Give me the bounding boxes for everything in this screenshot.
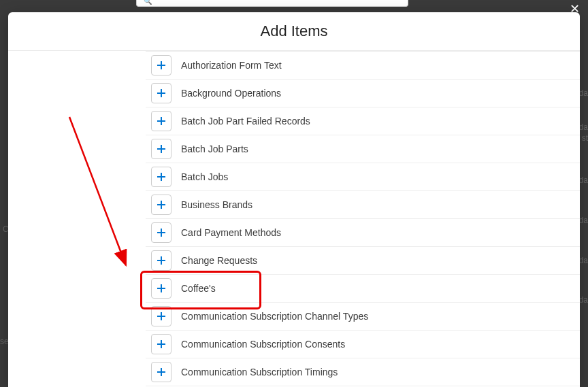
bg-text-fragment: da [579, 295, 588, 305]
list-item[interactable]: Communication Subscription Timings [146, 358, 580, 386]
modal-title: Add Items [260, 22, 327, 40]
plus-icon[interactable] [151, 83, 172, 103]
plus-icon[interactable] [151, 167, 172, 187]
item-label: Communication Subscription Channel Types [181, 311, 368, 322]
list-item[interactable]: Communication Subscription Channel Types [146, 303, 580, 331]
modal-body[interactable]: Authorization Form TextBackground Operat… [8, 51, 580, 387]
plus-icon[interactable] [151, 306, 172, 326]
bg-text-fragment: st [582, 133, 588, 143]
list-item[interactable]: Coffee's [146, 275, 580, 303]
list-item[interactable]: Communication Subscription Consents [146, 331, 580, 358]
plus-icon[interactable] [151, 111, 172, 131]
plus-icon[interactable] [151, 222, 172, 243]
item-label: Communication Subscription Timings [181, 367, 338, 377]
item-label: Business Brands [181, 199, 252, 210]
items-list: Authorization Form TextBackground Operat… [146, 51, 580, 386]
plus-icon[interactable] [151, 139, 172, 159]
item-label: Card Payment Methods [181, 227, 281, 238]
bg-text-fragment: g C [0, 224, 9, 234]
bg-search-remnant: 🔍 [136, 0, 408, 7]
plus-icon[interactable] [151, 250, 172, 271]
plus-icon[interactable] [151, 55, 172, 75]
item-label: Change Requests [181, 255, 257, 266]
bg-text-fragment: se [0, 337, 9, 346]
item-label: Batch Job Part Failed Records [181, 116, 310, 127]
item-label: Batch Job Parts [181, 144, 248, 154]
bg-text-fragment: da [579, 256, 588, 265]
list-item[interactable]: Change Requests [146, 247, 580, 275]
item-label: Authorization Form Text [181, 60, 282, 71]
add-items-modal: Add Items Authorization Form TextBackgro… [8, 12, 580, 387]
modal-header: Add Items [8, 12, 580, 51]
bg-text-fragment: da [579, 175, 588, 185]
list-item[interactable]: Card Payment Methods [146, 219, 580, 247]
list-item[interactable]: Authorization Form Text [146, 52, 580, 80]
list-item[interactable]: Business Brands [146, 191, 580, 219]
bg-text-fragment: da [579, 88, 588, 98]
list-item[interactable]: Batch Jobs [146, 163, 580, 191]
plus-icon[interactable] [151, 278, 172, 299]
list-item[interactable]: Batch Job Part Failed Records [146, 107, 580, 135]
item-label: Coffee's [181, 283, 216, 294]
item-label: Batch Jobs [181, 171, 228, 182]
item-label: Communication Subscription Consents [181, 339, 345, 350]
search-icon: 🔍 [144, 0, 152, 5]
bg-text-fragment: da [579, 122, 588, 132]
list-item[interactable]: Background Operations [146, 80, 580, 107]
plus-icon[interactable] [151, 195, 172, 215]
plus-icon[interactable] [151, 362, 172, 382]
plus-icon[interactable] [151, 334, 172, 354]
item-label: Background Operations [181, 88, 281, 99]
list-item[interactable]: Batch Job Parts [146, 135, 580, 163]
bg-text-fragment: da [579, 216, 588, 225]
